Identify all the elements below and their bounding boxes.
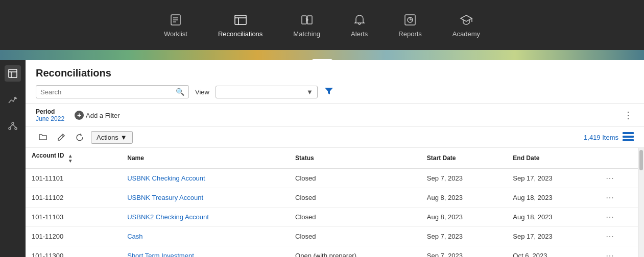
sidebar-item-chart[interactable]: [5, 92, 21, 108]
cell-start-date: Aug 8, 2023: [421, 188, 507, 208]
search-icon: 🔍: [176, 88, 184, 96]
cell-account-id: 101-11200: [26, 227, 121, 246]
svg-point-18: [9, 127, 11, 130]
col-name[interactable]: Name: [121, 148, 289, 168]
cell-row-menu[interactable]: ⋯: [600, 246, 638, 258]
filter-icon[interactable]: [324, 86, 334, 98]
sort-desc-icon: ▼: [68, 159, 73, 164]
cell-status: Closed: [289, 168, 421, 188]
cell-start-date: Sep 7, 2023: [421, 168, 507, 188]
svg-rect-4: [235, 15, 246, 24]
table-row: 101-11103 USBNK2 Checking Account Closed…: [26, 208, 638, 227]
chevron-down-icon: ▼: [306, 88, 313, 96]
view-select[interactable]: ▼: [216, 86, 318, 98]
row-menu-dots[interactable]: ⋯: [606, 174, 615, 183]
items-count: 1,419 Items: [584, 134, 618, 141]
period-section: Period June 2022 + Add a Filter ⋮: [26, 104, 644, 127]
cell-end-date: Sep 17, 2023: [507, 168, 599, 188]
reports-icon: [403, 13, 417, 27]
svg-rect-13: [9, 69, 17, 78]
folder-button[interactable]: [36, 130, 50, 144]
sidebar-item-list[interactable]: [5, 65, 21, 82]
account-link[interactable]: USBNK Treasury Account: [127, 194, 203, 201]
actions-label: Actions: [97, 134, 118, 141]
refresh-button[interactable]: [73, 130, 87, 144]
cell-status: Closed: [289, 208, 421, 227]
cell-name[interactable]: Short Term Investment: [121, 246, 289, 258]
period-label: Period: [36, 108, 64, 115]
cell-row-menu[interactable]: ⋯: [600, 188, 638, 208]
main-layout: Reconciliations 🔍 View ▼: [0, 60, 644, 257]
cell-account-id: 101-11102: [26, 188, 121, 208]
col-actions: [600, 148, 638, 168]
cell-start-date: Sep 7, 2023: [421, 227, 507, 246]
nav-items-container: Worklist Reconciliations: [164, 13, 480, 38]
cell-status: Closed: [289, 227, 421, 246]
col-start-date[interactable]: Start Date: [421, 148, 507, 168]
svg-line-23: [62, 135, 63, 137]
add-filter-button[interactable]: + Add a Filter: [75, 111, 120, 120]
sort-icons[interactable]: ▲ ▼: [68, 153, 73, 164]
nav-item-worklist[interactable]: Worklist: [164, 13, 187, 38]
row-menu-dots[interactable]: ⋯: [606, 232, 615, 241]
banner-strip: [0, 50, 644, 60]
cell-name[interactable]: Cash: [121, 227, 289, 246]
search-input[interactable]: [40, 88, 176, 96]
filter-row: 🔍 View ▼: [36, 85, 634, 98]
reconciliations-icon: [233, 13, 248, 27]
svg-marker-11: [461, 15, 472, 21]
grid-view-icon[interactable]: [623, 132, 634, 143]
col-status[interactable]: Status: [289, 148, 421, 168]
add-filter-icon: +: [75, 111, 84, 120]
table-row: 101-11300 Short Term Investment Open (wi…: [26, 246, 638, 258]
nav-item-reconciliations[interactable]: Reconciliations: [218, 13, 263, 38]
cell-row-menu[interactable]: ⋯: [600, 168, 638, 188]
sidebar-item-tree[interactable]: [5, 118, 21, 135]
cell-name[interactable]: USBNK Treasury Account: [121, 188, 289, 208]
add-filter-label: Add a Filter: [86, 112, 120, 119]
edit-button[interactable]: [54, 130, 68, 144]
nav-item-alerts[interactable]: Alerts: [351, 13, 368, 38]
svg-point-19: [15, 127, 17, 130]
matching-icon: [300, 13, 314, 27]
actions-button[interactable]: Actions ▼: [91, 131, 133, 144]
col-end-date[interactable]: End Date: [507, 148, 599, 168]
cell-status: Closed: [289, 188, 421, 208]
table-row: 101-11102 USBNK Treasury Account Closed …: [26, 188, 638, 208]
nav-item-academy[interactable]: Academy: [452, 13, 480, 38]
toolbar: Actions ▼ 1,419 Items: [26, 127, 644, 148]
cell-row-menu[interactable]: ⋯: [600, 208, 638, 227]
cell-start-date: Sep 7, 2023: [421, 246, 507, 258]
data-table: Account ID ▲ ▼ Name Status Start Date En…: [26, 148, 638, 257]
cell-account-id: 101-11101: [26, 168, 121, 188]
row-menu-dots[interactable]: ⋯: [606, 251, 615, 257]
nav-item-reports[interactable]: Reports: [398, 13, 422, 38]
reconciliations-table: Account ID ▲ ▼ Name Status Start Date En…: [26, 148, 638, 257]
cell-account-id: 101-11300: [26, 246, 121, 258]
table-row: 101-11101 USBNK Checking Account Closed …: [26, 168, 638, 188]
period-value[interactable]: June 2022: [36, 115, 64, 122]
scrollbar[interactable]: [638, 148, 644, 257]
account-link[interactable]: Cash: [127, 233, 142, 240]
cell-end-date: Aug 18, 2023: [507, 188, 599, 208]
worklist-icon: [169, 13, 183, 27]
svg-rect-25: [623, 136, 634, 138]
cell-name[interactable]: USBNK Checking Account: [121, 168, 289, 188]
search-box[interactable]: 🔍: [36, 85, 189, 98]
account-link[interactable]: Short Term Investment: [127, 252, 194, 257]
row-menu-dots[interactable]: ⋯: [606, 193, 615, 202]
account-link[interactable]: USBNK2 Checking Account: [127, 213, 209, 221]
svg-rect-7: [302, 16, 306, 24]
cell-name[interactable]: USBNK2 Checking Account: [121, 208, 289, 227]
account-link[interactable]: USBNK Checking Account: [127, 174, 205, 182]
table-row: 101-11200 Cash Closed Sep 7, 2023 Sep 17…: [26, 227, 638, 246]
table-header-row: Account ID ▲ ▼ Name Status Start Date En…: [26, 148, 638, 168]
cell-status: Open (with preparer): [289, 246, 421, 258]
svg-rect-24: [623, 132, 634, 134]
svg-line-21: [13, 124, 16, 127]
period-menu-dots[interactable]: ⋮: [624, 110, 634, 121]
row-menu-dots[interactable]: ⋯: [606, 213, 615, 221]
col-account-id[interactable]: Account ID ▲ ▼: [26, 148, 121, 168]
nav-item-matching[interactable]: Matching: [293, 13, 320, 38]
cell-row-menu[interactable]: ⋯: [600, 227, 638, 246]
